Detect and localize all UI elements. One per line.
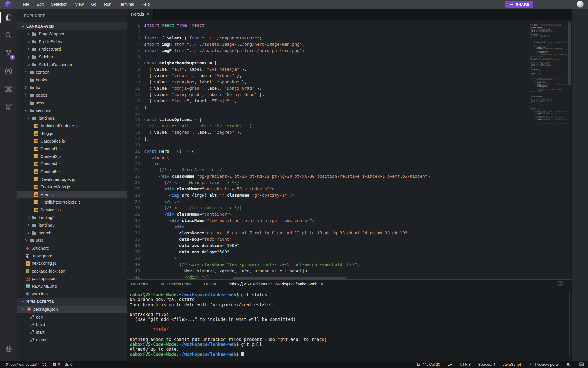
tab-close-icon[interactable]: ×: [147, 12, 149, 16]
tree-item-landing1[interactable]: landing1: [17, 114, 127, 122]
panel-tab-preview-ports[interactable]: Preview Ports: [161, 282, 191, 286]
activity-debug-disabled[interactable]: [0, 62, 17, 80]
tree-item-utils[interactable]: utils: [17, 237, 127, 244]
panel-tab-output[interactable]: Output: [204, 282, 216, 286]
tree-item-npm-scripts[interactable]: NPM SCRIPTS: [17, 298, 127, 306]
tree-item-package-lock-json[interactable]: package-lock.json: [17, 267, 127, 275]
editor-horizontal-scrollbar[interactable]: [233, 277, 346, 279]
tree-item-services-js[interactable]: JSServices.js: [17, 206, 127, 214]
chevron-right-icon[interactable]: [26, 47, 31, 51]
tree-item-build[interactable]: build: [17, 321, 127, 329]
problems-status[interactable]: 0: [53, 362, 60, 367]
menu-item-view[interactable]: View: [71, 0, 87, 9]
tree-item-scss[interactable]: scss: [17, 99, 127, 107]
tree-item-lankea-web[interactable]: LANKEA-WEB: [17, 22, 127, 30]
chevron-right-icon[interactable]: [26, 39, 31, 44]
chevron-down-icon[interactable]: [21, 307, 26, 312]
git-branch-status[interactable]: dev/real-estate*: [5, 362, 38, 367]
status-ln-44-col-20[interactable]: Ln 44, Col 20: [417, 362, 440, 367]
sync-button[interactable]: [42, 362, 48, 367]
activity-extensions[interactable]: [0, 80, 17, 98]
panel-tab-terminal-active[interactable]: cabox@VS-Code-Node: ~/workspace/lankea-w…: [229, 282, 323, 286]
tree-item-landing2[interactable]: landing2: [17, 214, 127, 221]
chevron-down-icon[interactable]: [21, 299, 25, 304]
chevron-right-icon[interactable]: [24, 101, 28, 105]
panel-tab-problems[interactable]: Problems: [131, 282, 148, 286]
tree-item-categories-js[interactable]: JSCategories.js: [17, 137, 127, 145]
status-bell-button[interactable]: [566, 362, 572, 367]
chevron-right-icon[interactable]: [24, 70, 28, 74]
chevron-down-icon[interactable]: [21, 24, 25, 29]
menu-item-terminal[interactable]: Terminal: [115, 0, 138, 9]
share-button[interactable]: SHARE: [505, 1, 533, 8]
chevron-right-icon[interactable]: [26, 231, 31, 235]
tree-item-profilesidebar[interactable]: ProfileSidebar: [17, 38, 127, 46]
tree-item-lib[interactable]: lib: [17, 84, 127, 91]
terminal-scrollbar[interactable]: [569, 291, 570, 356]
menu-item-selection[interactable]: Selection: [47, 0, 71, 9]
menu-item-go[interactable]: Go: [87, 0, 100, 9]
menu-item-run[interactable]: Run: [100, 0, 115, 9]
tree-item-sidebardashboard[interactable]: SidebarDashboard: [17, 61, 127, 68]
chevron-right-icon[interactable]: [24, 238, 28, 243]
activity-source-control[interactable]: 1: [0, 44, 17, 62]
terminal-tab-close-icon[interactable]: ×: [321, 282, 323, 286]
tree-item-package-json[interactable]: package.json: [17, 306, 127, 313]
status-panel-layout-button[interactable]: [579, 362, 585, 366]
status-preview-ports[interactable]: Preview ports: [528, 362, 559, 367]
tree-item-content5-js[interactable]: JSContent5.js: [17, 168, 127, 176]
app-logo-icon[interactable]: [5, 1, 11, 8]
chevron-right-icon[interactable]: [26, 55, 31, 59]
status-spaces-4[interactable]: Spaces: 4: [478, 362, 495, 367]
activity-cloud-server[interactable]: [0, 98, 17, 116]
tree-item-start[interactable]: start: [17, 329, 127, 336]
tree-item-featuredjobs-js[interactable]: JSFeaturedJobs.js: [17, 183, 127, 191]
tree-item-next-config-js[interactable]: JSnext.config.js: [17, 260, 127, 267]
menu-item-help[interactable]: Help: [138, 0, 154, 9]
tree-item-content4-js[interactable]: JSContent4.js: [17, 160, 127, 168]
menu-item-edit[interactable]: Edit: [33, 0, 47, 9]
tree-item-sidebar[interactable]: Sidebar: [17, 53, 127, 61]
chevron-down-icon[interactable]: [24, 108, 28, 113]
tree-item-hooks[interactable]: hooks: [17, 76, 127, 84]
tree-item--gitignore[interactable]: .gitignore: [17, 244, 127, 252]
tree-item-export[interactable]: export: [17, 336, 127, 344]
tree-item-search[interactable]: search: [17, 229, 127, 237]
user-avatar[interactable]: [577, 1, 584, 8]
chevron-right-icon[interactable]: [26, 223, 31, 227]
chevron-right-icon[interactable]: [26, 215, 31, 220]
editor-tab-herojs[interactable]: Hero.js ×: [127, 9, 154, 20]
activity-search[interactable]: [0, 26, 17, 44]
tree-item-pages[interactable]: pages: [17, 91, 127, 99]
tree-item-context[interactable]: context: [17, 68, 127, 76]
tree-item-blog-js[interactable]: JSBlog.js: [17, 130, 127, 137]
chevron-right-icon[interactable]: [26, 32, 31, 36]
tree-item-content1-js[interactable]: JSContent1.js: [17, 145, 127, 153]
tree-item-sections[interactable]: sections: [17, 107, 127, 114]
tree-item-developerlogos-js[interactable]: JSDeveloperLogos.js: [17, 175, 127, 183]
tree-item-hero-js[interactable]: JSHero.js: [17, 191, 127, 198]
terminal[interactable]: cabox@VS-Code-Node:~/workspace/lankea-we…: [127, 288, 571, 357]
tree-item-dev[interactable]: dev: [17, 313, 127, 321]
split-terminal-button[interactable]: [558, 281, 563, 287]
minimap[interactable]: import React from "react";import { Selec…: [529, 22, 567, 209]
tree-item-projectcard[interactable]: ProjectCard: [17, 45, 127, 53]
code-editor[interactable]: 1import React from "react";23import { Se…: [127, 20, 571, 279]
tree-item-readme-md[interactable]: README.md: [17, 283, 127, 290]
tree-item-package-json[interactable]: package.json: [17, 275, 127, 283]
editor-vertical-scrollbar[interactable]: [568, 22, 571, 85]
warnings-status[interactable]: 0: [65, 362, 73, 367]
chevron-right-icon[interactable]: [26, 62, 31, 67]
chevron-right-icon[interactable]: [24, 78, 28, 82]
chevron-right-icon[interactable]: [24, 85, 28, 90]
tree-item-landing3[interactable]: landing3: [17, 221, 127, 229]
activity-settings-gear[interactable]: [0, 340, 17, 358]
chevron-down-icon[interactable]: [26, 116, 31, 120]
tree-item-highlightedprojects-js[interactable]: JSHighlightedProjects.js: [17, 198, 127, 206]
activity-files[interactable]: [0, 9, 17, 26]
tree-item-content2-js[interactable]: JSContent2.js: [17, 153, 127, 160]
tree-item--nowignore[interactable]: .nowignore: [17, 252, 127, 260]
tree-item-varn-lock[interactable]: varn.lock: [17, 290, 127, 298]
menu-item-file[interactable]: File: [19, 0, 33, 9]
tree-item-pagewrapper[interactable]: PageWrapper: [17, 30, 127, 38]
